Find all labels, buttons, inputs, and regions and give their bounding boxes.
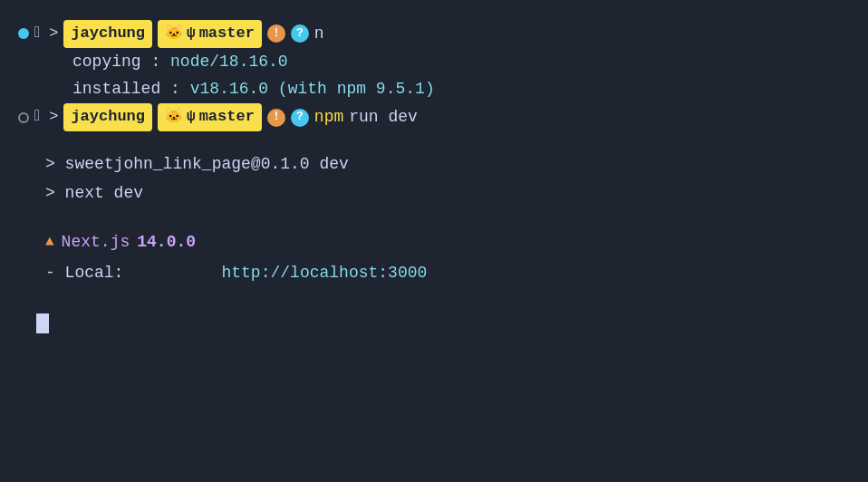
cursor-line (18, 313, 850, 333)
username-badge-2: jaychung (63, 103, 152, 131)
branch-sym-1: ψ (187, 22, 196, 46)
chevron-icon-2: > (49, 104, 58, 130)
apple-icon:  (34, 21, 43, 47)
installed-label: installed (72, 80, 160, 98)
username-badge-1: jaychung (63, 20, 152, 48)
command-npm: npm (314, 103, 343, 131)
output-line-2: > next dev (18, 178, 850, 207)
terminal:  > jaychung 🐱 ψ master ! ? n copying : … (0, 9, 868, 473)
branch-sym-2: ψ (187, 105, 196, 130)
branch-name-1: master (199, 21, 255, 47)
installed-value: v18.16.0 (with npm 9.5.1) (190, 80, 435, 98)
git-badge-1: 🐱 ψ master (158, 20, 262, 48)
git-badge-2: 🐱 ψ master (158, 103, 262, 131)
triangle-icon: ▲ (45, 228, 54, 255)
prompt-line-2:  > jaychung 🐱 ψ master ! ? npm run dev (18, 103, 850, 131)
command-run-dev: run dev (349, 103, 418, 131)
cat-emoji-2: 🐱 (165, 105, 183, 130)
nextjs-line: ▲ Next.js 14.0.0 (18, 227, 850, 257)
badge-exclamation-1: ! (267, 24, 285, 43)
local-url: http://localhost:3000 (221, 264, 427, 282)
output-line-1: > sweetjohn_link_page@0.1.0 dev (18, 149, 850, 178)
chevron-icon-1: > (49, 21, 58, 47)
blank-3 (18, 288, 850, 306)
branch-name-2: master (199, 104, 255, 130)
local-label: Local: (65, 264, 124, 282)
copying-colon: : (150, 53, 170, 71)
dot-filled-icon (18, 28, 29, 39)
cat-emoji-1: 🐱 (165, 22, 183, 46)
local-spacing (133, 264, 211, 282)
prompt-line-1:  > jaychung 🐱 ψ master ! ? n (18, 20, 850, 48)
local-dash: - (45, 264, 65, 282)
badge-question-1: ? (291, 24, 309, 43)
badge-question-2: ? (291, 109, 309, 127)
command-n: n (314, 20, 324, 48)
blank-2 (18, 208, 850, 227)
nextjs-label: Next.js (62, 227, 130, 257)
copying-line: copying : node/18.16.0 (18, 48, 850, 76)
nextjs-version: 14.0.0 (137, 227, 196, 257)
installed-line: installed : v18.16.0 (with npm 9.5.1) (18, 75, 850, 103)
dot-empty-icon (18, 112, 29, 123)
blank-1 (18, 131, 850, 149)
badge-exclamation-2: ! (267, 109, 285, 127)
apple-icon-2:  (34, 104, 43, 130)
copying-value: node/18.16.0 (170, 53, 288, 71)
terminal-cursor (36, 313, 49, 333)
installed-colon: : (170, 80, 190, 98)
local-line: - Local: http://localhost:3000 (18, 257, 850, 288)
copying-label: copying (72, 53, 141, 71)
